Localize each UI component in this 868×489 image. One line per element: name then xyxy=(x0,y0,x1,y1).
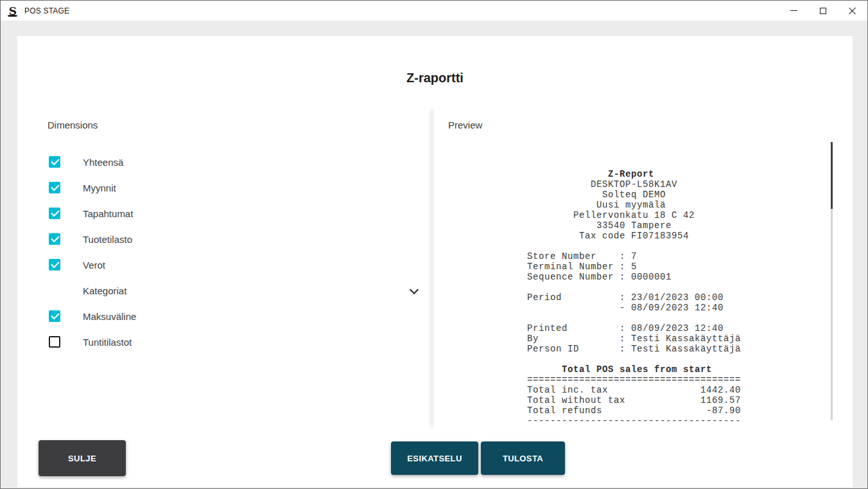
dimension-label: Maksuväline xyxy=(83,311,136,322)
dimension-label: Myynnit xyxy=(83,182,116,193)
dimension-row-verot[interactable]: Verot xyxy=(49,252,424,278)
checkbox-verot[interactable] xyxy=(49,259,60,271)
dimension-label: Tuotetilasto xyxy=(83,234,132,245)
close-icon xyxy=(849,7,856,15)
checkbox-myynnit[interactable] xyxy=(49,182,60,193)
dimension-row-maksuvaline[interactable]: Maksuväline xyxy=(49,303,424,329)
dimension-row-kategoriat[interactable]: Kategoriat xyxy=(49,278,424,303)
page-title: Z-raportti xyxy=(17,71,853,85)
dimension-label: Kategoriat xyxy=(83,285,126,296)
dimension-row-yhteensa[interactable]: Yhteensä xyxy=(49,149,424,175)
checkbox-yhteensa[interactable] xyxy=(49,156,60,168)
receipt-preview: Z-Report DESKTOP-L58K1AV Solteq DEMO Uus… xyxy=(527,169,741,426)
preview-scrollbar-thumb[interactable] xyxy=(831,142,833,209)
app-logo-icon: S xyxy=(6,4,19,17)
dimension-label: Tuntitilastot xyxy=(83,337,132,348)
window-controls xyxy=(779,1,867,21)
app-window: S POS STAGE Z-raportti Dimensions Previe… xyxy=(0,0,868,489)
dimensions-scrollbar[interactable] xyxy=(430,109,434,428)
dimension-row-tuotetilasto[interactable]: Tuotetilasto xyxy=(49,226,424,252)
minimize-icon xyxy=(790,10,797,11)
checkbox-tuotetilasto[interactable] xyxy=(49,233,60,245)
dialog-card: Z-raportti Dimensions Preview Yhteensä M… xyxy=(17,36,853,487)
title-bar[interactable]: S POS STAGE xyxy=(1,1,867,21)
dimension-row-tapahtumat[interactable]: Tapahtumat xyxy=(49,200,424,226)
dimensions-list: Yhteensä Myynnit Tapahtumat Tuotetilasto… xyxy=(49,149,424,355)
checkbox-tuntitilastot[interactable] xyxy=(49,336,60,348)
dimension-row-tuntitilastot[interactable]: Tuntitilastot xyxy=(49,329,424,355)
sulje-button[interactable]: SULJE xyxy=(39,440,126,476)
maximize-icon xyxy=(820,8,826,14)
window-title: POS STAGE xyxy=(24,6,69,15)
close-button[interactable] xyxy=(838,1,867,21)
maximize-button[interactable] xyxy=(808,1,838,21)
preview-scrollbar[interactable] xyxy=(831,142,833,420)
minimize-button[interactable] xyxy=(779,1,808,21)
dimension-label: Verot xyxy=(83,260,105,271)
esikatselu-button[interactable]: ESIKATSELU xyxy=(391,441,478,475)
checkbox-maksuvaline[interactable] xyxy=(49,310,60,322)
dimension-label: Tapahtumat xyxy=(83,208,133,219)
dimension-row-myynnit[interactable]: Myynnit xyxy=(49,175,424,200)
dimension-label: Yhteensä xyxy=(83,157,123,168)
dimensions-panel-label: Dimensions xyxy=(48,120,98,130)
tulosta-button[interactable]: TULOSTA xyxy=(481,441,565,475)
chevron-down-icon[interactable] xyxy=(409,286,419,295)
preview-panel-label: Preview xyxy=(448,120,482,130)
checkbox-tapahtumat[interactable] xyxy=(49,208,60,219)
